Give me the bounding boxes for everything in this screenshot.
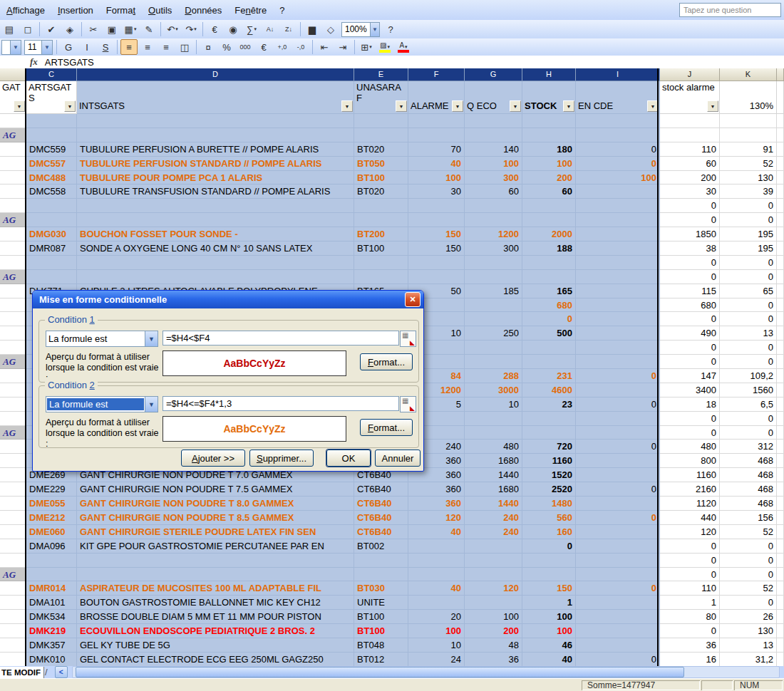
- chevron-down-icon[interactable]: ▼: [10, 41, 21, 54]
- cell[interactable]: [777, 525, 784, 539]
- cell[interactable]: [465, 596, 522, 610]
- cell[interactable]: [576, 241, 660, 256]
- filter-dropdown-icon-g[interactable]: ▼: [510, 100, 521, 112]
- cell[interactable]: 36: [465, 653, 522, 667]
- cell[interactable]: [576, 341, 660, 355]
- cell[interactable]: 120: [660, 525, 720, 539]
- cell[interactable]: [777, 383, 784, 398]
- cell[interactable]: [522, 114, 576, 128]
- font-size-combo[interactable]: 11▼: [24, 40, 53, 55]
- cell[interactable]: 80: [660, 610, 720, 624]
- cell[interactable]: [0, 369, 26, 383]
- cell[interactable]: [77, 256, 354, 270]
- cell[interactable]: GANT CHIRURGIE NON POUDRE T 8.5 GAMMEX: [77, 511, 354, 525]
- cell[interactable]: [522, 355, 576, 369]
- cell[interactable]: 0: [720, 270, 777, 284]
- cell[interactable]: 150: [522, 581, 576, 596]
- cell[interactable]: [576, 114, 660, 128]
- cell[interactable]: [465, 426, 522, 440]
- cell[interactable]: [0, 497, 26, 511]
- cell[interactable]: 468: [720, 497, 777, 511]
- cell[interactable]: [777, 213, 784, 227]
- menu-format[interactable]: Format: [100, 2, 142, 19]
- cell[interactable]: 1440: [465, 468, 522, 482]
- cell[interactable]: DMA096: [26, 539, 77, 554]
- cell[interactable]: DMR014: [26, 581, 77, 596]
- cell[interactable]: [522, 426, 576, 440]
- cell[interactable]: 1680: [465, 454, 522, 468]
- cell[interactable]: DME212: [26, 511, 77, 525]
- cell[interactable]: 0: [660, 412, 720, 426]
- cell[interactable]: DMK534: [26, 610, 77, 624]
- cell[interactable]: [0, 341, 26, 355]
- cell[interactable]: 680: [660, 298, 720, 313]
- cell[interactable]: [26, 213, 77, 227]
- menu-outils[interactable]: Outils: [142, 2, 178, 19]
- column-header-D[interactable]: D: [77, 68, 354, 81]
- cell[interactable]: 52: [720, 525, 777, 539]
- cell[interactable]: 26: [720, 610, 777, 624]
- cell[interactable]: [777, 653, 784, 667]
- cell[interactable]: [576, 213, 660, 227]
- cell[interactable]: [777, 128, 784, 142]
- cell[interactable]: 0: [660, 355, 720, 369]
- cell[interactable]: 100: [465, 157, 522, 171]
- cell[interactable]: [576, 128, 660, 142]
- cell[interactable]: [0, 412, 26, 426]
- cell[interactable]: [0, 482, 26, 497]
- cell[interactable]: [777, 312, 784, 326]
- cell[interactable]: [576, 412, 660, 426]
- cell[interactable]: 65: [720, 284, 777, 298]
- cell[interactable]: 0: [522, 312, 576, 326]
- column-header-E[interactable]: E: [354, 68, 408, 81]
- cell[interactable]: AG: [0, 426, 26, 440]
- chevron-down-icon[interactable]: ▼: [145, 397, 158, 412]
- cell[interactable]: [777, 341, 784, 355]
- cell[interactable]: 0: [720, 341, 777, 355]
- cell[interactable]: [0, 610, 26, 624]
- condition1-operator-select[interactable]: La formule est ▼: [46, 331, 158, 347]
- cell[interactable]: 240: [465, 525, 522, 539]
- filter-cell-g[interactable]: Q ECO▼: [465, 81, 522, 114]
- cell[interactable]: [0, 440, 26, 454]
- cell[interactable]: CT6B40: [354, 525, 408, 539]
- cell[interactable]: 0: [720, 298, 777, 313]
- cell[interactable]: [0, 256, 26, 270]
- cell[interactable]: 100: [522, 624, 576, 638]
- align-center-button[interactable]: ≡: [139, 39, 156, 55]
- cell[interactable]: 0: [720, 355, 777, 369]
- cell[interactable]: 480: [465, 440, 522, 454]
- cell[interactable]: DME060: [26, 525, 77, 539]
- cell[interactable]: [77, 213, 354, 227]
- cell[interactable]: 0: [576, 511, 660, 525]
- menu-?[interactable]: ?: [273, 2, 291, 19]
- cell[interactable]: [777, 142, 784, 157]
- filter-dropdown-icon-f[interactable]: ▼: [452, 100, 463, 112]
- filter-dropdown-icon-d[interactable]: ▼: [341, 100, 353, 112]
- scrollbar-thumb[interactable]: [76, 667, 685, 677]
- cell[interactable]: 156: [720, 511, 777, 525]
- cell[interactable]: [354, 270, 408, 284]
- cell[interactable]: 0: [576, 157, 660, 171]
- cell[interactable]: 110: [660, 581, 720, 596]
- cell[interactable]: 0: [660, 256, 720, 270]
- cell[interactable]: [77, 554, 354, 568]
- cell[interactable]: [777, 511, 784, 525]
- cell[interactable]: 70: [408, 142, 465, 157]
- cell[interactable]: [777, 326, 784, 341]
- cell[interactable]: TUBULURE POUR POMPE PCA 1 ALARIS: [77, 171, 354, 185]
- cell[interactable]: [354, 256, 408, 270]
- chart-wizard-icon[interactable]: ▆: [304, 21, 321, 37]
- filter-cell-e[interactable]: UNASARAF▼: [354, 81, 408, 114]
- cell[interactable]: 52: [720, 157, 777, 171]
- cell[interactable]: 40: [408, 157, 465, 171]
- cell[interactable]: [77, 128, 354, 142]
- cell[interactable]: [0, 454, 26, 468]
- cell[interactable]: [522, 256, 576, 270]
- cell[interactable]: 1: [660, 596, 720, 610]
- zoom-combo[interactable]: 100%▼: [341, 22, 380, 37]
- cell[interactable]: 200: [522, 171, 576, 185]
- cell[interactable]: [26, 554, 77, 568]
- question-box[interactable]: Tapez une question: [679, 3, 781, 17]
- cell[interactable]: 31,2: [720, 653, 777, 667]
